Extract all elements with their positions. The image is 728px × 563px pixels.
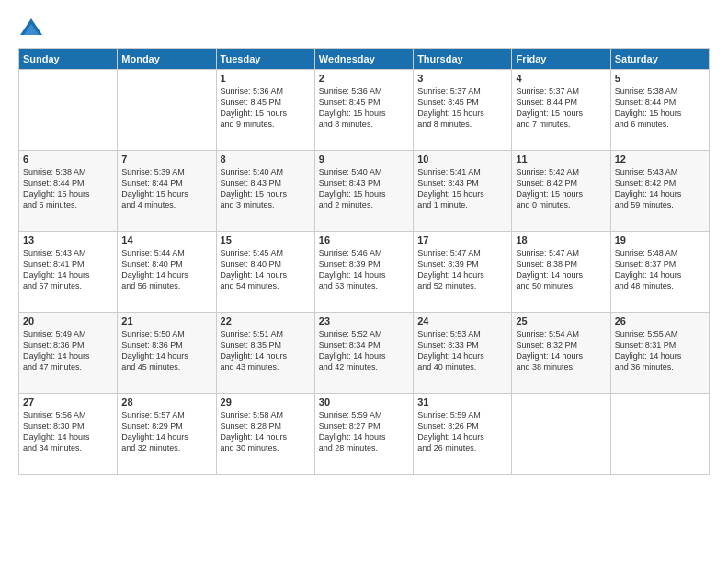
day-number: 12 <box>615 154 705 165</box>
day-number: 24 <box>417 316 507 327</box>
day-info: Sunrise: 5:40 AM Sunset: 8:43 PM Dayligh… <box>221 167 311 212</box>
day-info: Sunrise: 5:38 AM Sunset: 8:44 PM Dayligh… <box>615 86 705 131</box>
calendar-cell <box>19 70 118 151</box>
calendar-cell: 28Sunrise: 5:57 AM Sunset: 8:29 PM Dayli… <box>118 394 216 475</box>
calendar-cell: 29Sunrise: 5:58 AM Sunset: 8:28 PM Dayli… <box>216 394 314 475</box>
day-number: 8 <box>221 154 311 165</box>
day-info: Sunrise: 5:41 AM Sunset: 8:43 PM Dayligh… <box>417 167 507 212</box>
day-number: 4 <box>516 73 606 84</box>
day-number: 14 <box>121 235 211 246</box>
calendar-week-row: 6Sunrise: 5:38 AM Sunset: 8:44 PM Daylig… <box>19 151 710 232</box>
calendar-cell: 15Sunrise: 5:45 AM Sunset: 8:40 PM Dayli… <box>216 232 314 313</box>
logo-icon <box>18 15 44 40</box>
day-info: Sunrise: 5:45 AM Sunset: 8:40 PM Dayligh… <box>221 247 311 293</box>
calendar-cell: 17Sunrise: 5:47 AM Sunset: 8:39 PM Dayli… <box>414 232 512 313</box>
day-number: 17 <box>417 235 507 246</box>
calendar-cell: 6Sunrise: 5:38 AM Sunset: 8:44 PM Daylig… <box>19 151 118 232</box>
calendar-cell: 7Sunrise: 5:39 AM Sunset: 8:44 PM Daylig… <box>118 151 216 232</box>
weekday-header-sunday: Sunday <box>19 49 118 70</box>
day-info: Sunrise: 5:58 AM Sunset: 8:28 PM Dayligh… <box>221 409 311 454</box>
calendar-table: SundayMondayTuesdayWednesdayThursdayFrid… <box>18 48 710 475</box>
day-info: Sunrise: 5:55 AM Sunset: 8:31 PM Dayligh… <box>615 328 705 373</box>
calendar-cell: 16Sunrise: 5:46 AM Sunset: 8:39 PM Dayli… <box>314 232 413 313</box>
day-number: 19 <box>615 235 705 246</box>
day-number: 30 <box>319 396 409 408</box>
day-info: Sunrise: 5:37 AM Sunset: 8:45 PM Dayligh… <box>417 86 507 131</box>
weekday-header-tuesday: Tuesday <box>216 49 314 70</box>
calendar-cell: 5Sunrise: 5:38 AM Sunset: 8:44 PM Daylig… <box>610 70 709 151</box>
day-number: 10 <box>417 154 507 165</box>
day-info: Sunrise: 5:47 AM Sunset: 8:38 PM Dayligh… <box>516 247 606 293</box>
logo <box>18 15 48 40</box>
weekday-header-row: SundayMondayTuesdayWednesdayThursdayFrid… <box>19 49 710 70</box>
day-number: 6 <box>23 154 113 165</box>
day-info: Sunrise: 5:36 AM Sunset: 8:45 PM Dayligh… <box>221 86 311 131</box>
calendar-cell: 24Sunrise: 5:53 AM Sunset: 8:33 PM Dayli… <box>414 313 512 394</box>
day-number: 23 <box>319 316 409 327</box>
calendar-cell: 22Sunrise: 5:51 AM Sunset: 8:35 PM Dayli… <box>216 313 314 394</box>
calendar-week-row: 1Sunrise: 5:36 AM Sunset: 8:45 PM Daylig… <box>19 70 710 151</box>
weekday-header-monday: Monday <box>118 49 216 70</box>
day-number: 11 <box>516 154 606 165</box>
day-info: Sunrise: 5:38 AM Sunset: 8:44 PM Dayligh… <box>23 167 113 212</box>
day-info: Sunrise: 5:43 AM Sunset: 8:41 PM Dayligh… <box>23 247 113 293</box>
calendar-cell: 20Sunrise: 5:49 AM Sunset: 8:36 PM Dayli… <box>19 313 118 394</box>
day-info: Sunrise: 5:57 AM Sunset: 8:29 PM Dayligh… <box>121 409 211 454</box>
day-number: 31 <box>417 396 507 408</box>
calendar-week-row: 20Sunrise: 5:49 AM Sunset: 8:36 PM Dayli… <box>19 313 710 394</box>
calendar-cell: 2Sunrise: 5:36 AM Sunset: 8:45 PM Daylig… <box>314 70 413 151</box>
calendar-cell <box>610 394 709 475</box>
weekday-header-wednesday: Wednesday <box>314 49 413 70</box>
day-info: Sunrise: 5:43 AM Sunset: 8:42 PM Dayligh… <box>615 167 705 212</box>
day-number: 1 <box>221 73 311 84</box>
weekday-header-friday: Friday <box>512 49 610 70</box>
calendar-cell: 8Sunrise: 5:40 AM Sunset: 8:43 PM Daylig… <box>216 151 314 232</box>
day-info: Sunrise: 5:37 AM Sunset: 8:44 PM Dayligh… <box>516 86 606 131</box>
day-number: 27 <box>23 396 113 408</box>
day-number: 9 <box>319 154 409 165</box>
calendar-cell: 1Sunrise: 5:36 AM Sunset: 8:45 PM Daylig… <box>216 70 314 151</box>
calendar-cell: 30Sunrise: 5:59 AM Sunset: 8:27 PM Dayli… <box>314 394 413 475</box>
page: SundayMondayTuesdayWednesdayThursdayFrid… <box>0 0 728 563</box>
day-number: 26 <box>615 316 705 327</box>
calendar-cell: 19Sunrise: 5:48 AM Sunset: 8:37 PM Dayli… <box>610 232 709 313</box>
day-number: 29 <box>221 396 311 408</box>
day-info: Sunrise: 5:56 AM Sunset: 8:30 PM Dayligh… <box>23 409 113 454</box>
calendar-cell: 27Sunrise: 5:56 AM Sunset: 8:30 PM Dayli… <box>19 394 118 475</box>
day-info: Sunrise: 5:59 AM Sunset: 8:26 PM Dayligh… <box>417 409 507 454</box>
day-number: 3 <box>417 73 507 84</box>
weekday-header-thursday: Thursday <box>414 49 512 70</box>
calendar-cell: 26Sunrise: 5:55 AM Sunset: 8:31 PM Dayli… <box>610 313 709 394</box>
day-number: 28 <box>121 396 211 408</box>
calendar-cell <box>118 70 216 151</box>
calendar-cell: 12Sunrise: 5:43 AM Sunset: 8:42 PM Dayli… <box>610 151 709 232</box>
calendar-cell: 13Sunrise: 5:43 AM Sunset: 8:41 PM Dayli… <box>19 232 118 313</box>
day-number: 5 <box>615 73 705 84</box>
day-info: Sunrise: 5:54 AM Sunset: 8:32 PM Dayligh… <box>516 328 606 373</box>
day-info: Sunrise: 5:51 AM Sunset: 8:35 PM Dayligh… <box>221 328 311 373</box>
day-info: Sunrise: 5:53 AM Sunset: 8:33 PM Dayligh… <box>417 328 507 373</box>
calendar-cell: 9Sunrise: 5:40 AM Sunset: 8:43 PM Daylig… <box>314 151 413 232</box>
day-info: Sunrise: 5:48 AM Sunset: 8:37 PM Dayligh… <box>615 247 705 293</box>
day-info: Sunrise: 5:59 AM Sunset: 8:27 PM Dayligh… <box>319 409 409 454</box>
day-info: Sunrise: 5:44 AM Sunset: 8:40 PM Dayligh… <box>121 247 211 293</box>
calendar-cell: 3Sunrise: 5:37 AM Sunset: 8:45 PM Daylig… <box>414 70 512 151</box>
day-number: 20 <box>23 316 113 327</box>
day-info: Sunrise: 5:47 AM Sunset: 8:39 PM Dayligh… <box>417 247 507 293</box>
calendar-cell: 11Sunrise: 5:42 AM Sunset: 8:42 PM Dayli… <box>512 151 610 232</box>
calendar-cell: 25Sunrise: 5:54 AM Sunset: 8:32 PM Dayli… <box>512 313 610 394</box>
weekday-header-saturday: Saturday <box>610 49 709 70</box>
day-number: 22 <box>221 316 311 327</box>
calendar-cell: 10Sunrise: 5:41 AM Sunset: 8:43 PM Dayli… <box>414 151 512 232</box>
day-number: 18 <box>516 235 606 246</box>
day-number: 21 <box>121 316 211 327</box>
day-info: Sunrise: 5:50 AM Sunset: 8:36 PM Dayligh… <box>121 328 211 373</box>
day-info: Sunrise: 5:52 AM Sunset: 8:34 PM Dayligh… <box>319 328 409 373</box>
day-number: 25 <box>516 316 606 327</box>
day-number: 15 <box>221 235 311 246</box>
calendar-cell <box>512 394 610 475</box>
calendar-cell: 18Sunrise: 5:47 AM Sunset: 8:38 PM Dayli… <box>512 232 610 313</box>
day-info: Sunrise: 5:40 AM Sunset: 8:43 PM Dayligh… <box>319 167 409 212</box>
calendar-cell: 31Sunrise: 5:59 AM Sunset: 8:26 PM Dayli… <box>414 394 512 475</box>
calendar-cell: 4Sunrise: 5:37 AM Sunset: 8:44 PM Daylig… <box>512 70 610 151</box>
